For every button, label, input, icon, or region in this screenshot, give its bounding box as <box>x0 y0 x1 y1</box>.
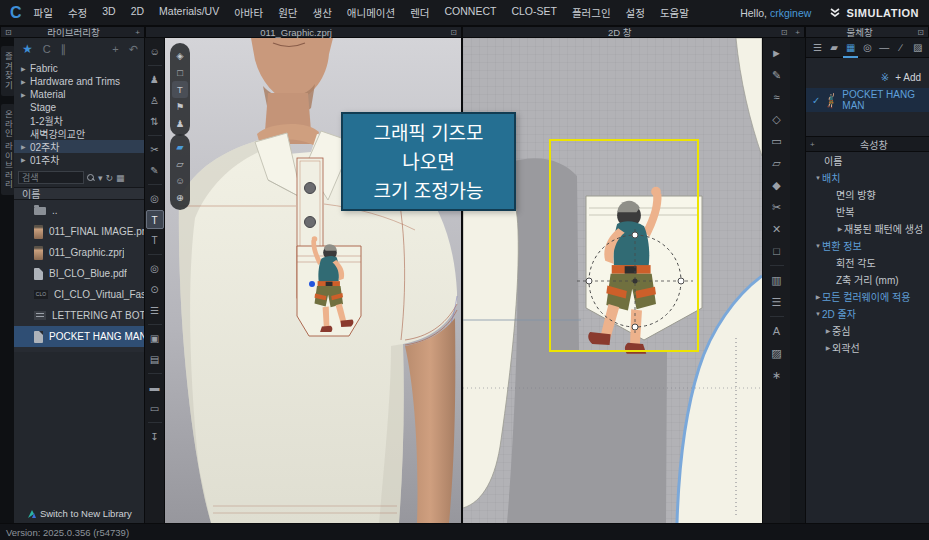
menu-materials-uv[interactable]: Materials/UV <box>159 5 219 20</box>
property-row-create-on-sewn[interactable]: ▶재봉된 패턴에 생성 <box>806 220 929 237</box>
file-row-graphic-zprj[interactable]: 011_Graphic.zprj <box>14 242 144 263</box>
pose-tool-icon[interactable]: ♟ <box>146 70 164 89</box>
show-fabric-icon[interactable]: ▰ <box>172 138 188 155</box>
tab-stitch-icon[interactable]: ∕ <box>894 38 909 58</box>
steam-tool-icon[interactable]: ↧ <box>146 427 164 446</box>
glove-tool-icon[interactable]: ◎ <box>146 189 164 208</box>
menu-render[interactable]: 렌더 <box>410 5 429 20</box>
property-row-outline[interactable]: ▶외곽선 <box>806 339 929 356</box>
expand-icon[interactable]: ▶ <box>21 143 30 150</box>
pen-tool-icon[interactable]: ✎ <box>146 161 164 180</box>
menu-2d[interactable]: 2D <box>131 5 144 20</box>
name-column-header[interactable]: 이름 <box>14 187 144 200</box>
add-library-icon[interactable]: + <box>112 43 118 55</box>
2d-viewport[interactable] <box>463 38 762 523</box>
zipper-tool-icon[interactable]: ☰ <box>146 301 164 320</box>
pocket-graphic[interactable] <box>297 236 361 336</box>
seam-allowance-icon[interactable]: ▥ <box>767 270 787 290</box>
property-group-2d-ruler[interactable]: ▼2D 줄자 <box>806 305 929 322</box>
collapse-icon[interactable]: ▼ <box>814 311 822 317</box>
dock-icon[interactable]: ⊡ <box>446 28 461 37</box>
tree-item-fabric[interactable]: ▶Fabric <box>14 62 144 75</box>
expand-icon[interactable]: ▶ <box>21 65 30 72</box>
tab-online-library[interactable]: 온라인 라이브러리 <box>1 104 15 195</box>
buttonhole-tool-icon[interactable]: ⊙ <box>146 280 164 299</box>
tuck-icon[interactable]: ☰ <box>767 292 787 312</box>
tab-puckering-icon[interactable]: ▨ <box>910 38 925 58</box>
tab-fabric-icon[interactable]: ▰ <box>827 38 842 58</box>
expand-icon[interactable]: ▶ <box>836 225 844 232</box>
sewing-machine-tool-icon[interactable]: ▣ <box>146 329 164 348</box>
property-group-colorways[interactable]: ▶모든 컬러웨이에 적용 <box>806 288 929 305</box>
tree-item-hardware-trims[interactable]: ▶Hardware and Trims <box>14 75 144 88</box>
menu-animation[interactable]: 애니메이션 <box>347 5 395 20</box>
dock-icon[interactable]: ⊡ <box>913 28 928 37</box>
clo-logo[interactable]: C <box>0 4 34 22</box>
fabric-roll-tool-icon[interactable]: ▬ <box>146 378 164 397</box>
edit-curve-icon[interactable]: ≈ <box>767 87 787 107</box>
show-head-icon[interactable]: ☺ <box>172 172 188 189</box>
notch-icon[interactable]: ✕ <box>767 219 787 239</box>
username-link[interactable]: crkginew <box>770 7 811 19</box>
property-row-face-direction[interactable]: 면의 방향 <box>806 186 929 203</box>
dock-icon[interactable]: ⊡ <box>1 28 16 37</box>
2d-window-tab[interactable]: 2D 창 ⊡ + <box>462 26 805 38</box>
select-garment-tool-icon[interactable]: T <box>146 210 164 229</box>
show-avatar-icon[interactable]: ♟ <box>172 115 188 132</box>
tab-favorites[interactable]: 즐겨찾기 <box>1 46 15 96</box>
show-garment-icon[interactable]: □ <box>172 64 188 81</box>
show-environment-icon[interactable]: ⊕ <box>172 189 188 206</box>
expand-icon[interactable]: ▶ <box>21 156 30 163</box>
pose-edit-tool-icon[interactable]: ♙ <box>146 91 164 110</box>
clo-library-icon[interactable]: C <box>43 43 51 55</box>
file-row-ci-clo[interactable]: CLOCI_CLO_Virtual_Fashi <box>14 284 144 305</box>
binding-tool-icon[interactable]: ▭ <box>146 399 164 418</box>
tab-graphic-icon[interactable]: ▦ <box>843 38 858 58</box>
graphic-list-item[interactable]: ✓ POCKET HANG MAN <box>806 88 929 112</box>
file-row-parent[interactable]: .. <box>14 200 144 221</box>
property-group-transform[interactable]: ▼변환 정보 <box>806 237 929 254</box>
object-window-tab[interactable]: 물체창 ⊡ <box>805 26 929 38</box>
switch-library-link[interactable]: Switch to New Library <box>14 508 145 519</box>
search-icon[interactable] <box>87 174 95 182</box>
project-tab[interactable]: 011_Graphic.zprj ⊡ <box>145 26 462 38</box>
expand-icon[interactable]: ▶ <box>824 344 832 351</box>
expand-icon[interactable]: ▶ <box>21 78 30 85</box>
collapse-icon[interactable]: ▼ <box>814 175 822 181</box>
property-group-placement[interactable]: ▼배치 <box>806 169 929 186</box>
menu-plugin[interactable]: 플러그인 <box>572 5 611 20</box>
favorites-icon[interactable]: ★ <box>22 42 33 56</box>
transform-pattern-icon[interactable]: ► <box>767 43 787 63</box>
menu-fabric[interactable]: 원단 <box>278 5 297 20</box>
menu-connect[interactable]: CONNECT <box>444 5 496 20</box>
add-tab-icon[interactable]: + <box>131 28 144 37</box>
tree-item-week01[interactable]: ▶01주차 <box>14 153 144 166</box>
add-tab-icon[interactable]: + <box>791 28 804 37</box>
rectangle-pattern-icon[interactable]: ▱ <box>767 153 787 173</box>
check-icon[interactable]: ✓ <box>812 95 820 106</box>
expand-icon[interactable]: ▶ <box>814 293 822 300</box>
sewing-edit-tool-icon[interactable]: ▤ <box>146 350 164 369</box>
library-window-tab[interactable]: ⊡ 라이브러리창 + <box>0 26 145 38</box>
property-row-center[interactable]: ▶중심 <box>806 322 929 339</box>
menu-settings[interactable]: 설정 <box>626 5 645 20</box>
menu-help[interactable]: 도움말 <box>660 5 689 20</box>
property-row-name[interactable]: 이름 <box>806 152 929 169</box>
brush-library-icon[interactable]: ∥ <box>61 43 67 56</box>
colorway-icon[interactable]: ※ <box>881 72 889 83</box>
panel-splitter[interactable] <box>790 38 805 523</box>
trace-icon[interactable]: □ <box>767 241 787 261</box>
scissors-tool-icon[interactable]: ✂ <box>146 140 164 159</box>
add-point-icon[interactable]: ◇ <box>767 109 787 129</box>
3d-viewport[interactable]: ◈ □ T ⚑ ♟ ▰ ▱ ☺ ⊕ <box>165 38 461 523</box>
menu-clo-set[interactable]: CLO-SET <box>511 5 557 20</box>
tab-button-icon[interactable]: ◎ <box>860 38 875 58</box>
menu-file[interactable]: 파일 <box>34 5 53 20</box>
show-shirt-icon[interactable]: T <box>172 81 188 98</box>
graphic-pin[interactable] <box>309 281 315 287</box>
file-row-final-image[interactable]: 011_FINAL IMAGE.png <box>14 221 144 242</box>
edit-pattern-icon[interactable]: ✎ <box>767 65 787 85</box>
file-row-pocket-hang-man[interactable]: POCKET HANG MAN.ai <box>14 326 144 347</box>
tab-topstitch-icon[interactable]: — <box>877 38 892 58</box>
search-input[interactable] <box>18 171 84 184</box>
